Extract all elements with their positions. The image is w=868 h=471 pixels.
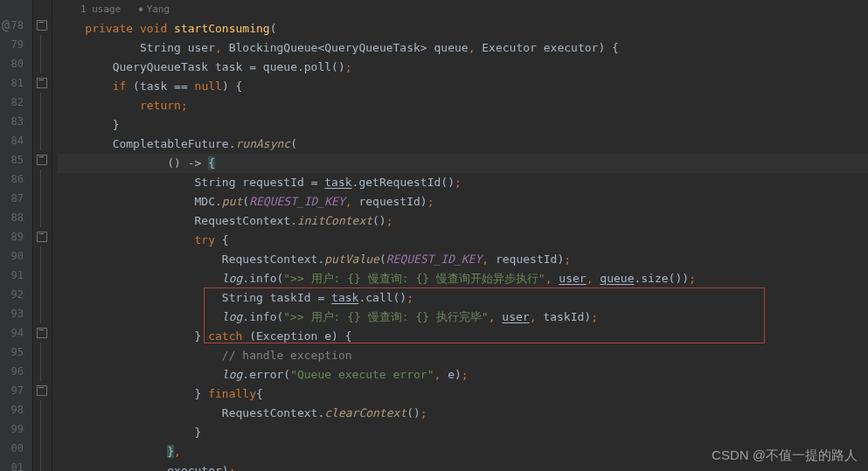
line-number: 86: [0, 170, 32, 189]
line-number: 81: [0, 73, 32, 93]
line-number: 83: [0, 112, 32, 131]
code-line[interactable]: String requestId = task.getRequestId();: [58, 173, 868, 192]
line-number: 79: [0, 35, 32, 54]
code-line[interactable]: }: [58, 115, 868, 135]
line-number: 00: [0, 439, 32, 458]
code-line[interactable]: private void startConsuming(: [58, 19, 868, 38]
code-line[interactable]: // handle exception: [58, 346, 868, 365]
fold-toggle-icon[interactable]: [33, 150, 52, 170]
code-line[interactable]: if (task == null) {: [58, 77, 868, 96]
code-line[interactable]: RequestContext.clearContext();: [58, 404, 868, 423]
fold-gutter: [33, 0, 52, 471]
line-number: 01: [0, 458, 32, 471]
code-line[interactable]: executor);: [58, 461, 868, 471]
inlay-hint[interactable]: 1 usage Yang: [58, 0, 868, 19]
fold-toggle-icon[interactable]: [33, 381, 52, 400]
line-number: 99: [0, 419, 32, 439]
line-number: 85: [0, 150, 32, 170]
line-number: 96: [0, 362, 32, 381]
line-number: 95: [0, 343, 32, 362]
code-line[interactable]: CompletableFuture.runAsync(: [58, 135, 868, 154]
line-number: 88: [0, 208, 32, 227]
code-line[interactable]: String user, BlockingQueue<QueryQueueTas…: [58, 38, 868, 58]
line-number: 87: [0, 189, 32, 208]
line-number: 78: [0, 16, 32, 35]
code-line[interactable]: log.error("Queue execute error", e);: [58, 365, 868, 384]
code-editor[interactable]: 78 79 80 81 82 83 84 85 86 87 88 89 90 9…: [0, 0, 868, 471]
fold-toggle-icon[interactable]: [33, 227, 52, 246]
line-number-gutter: 78 79 80 81 82 83 84 85 86 87 88 89 90 9…: [0, 0, 33, 471]
code-line[interactable]: RequestContext.initContext();: [58, 211, 868, 231]
line-number: 84: [0, 131, 32, 150]
line-number: 82: [0, 93, 32, 112]
fold-toggle-icon[interactable]: [33, 323, 52, 343]
code-line[interactable]: log.info(">> 用户: {} 慢查询: {} 慢查询开始异步执行", …: [58, 269, 868, 288]
line-number: 93: [0, 304, 32, 323]
fold-toggle-icon[interactable]: [33, 16, 52, 35]
code-line[interactable]: QueryQueueTask task = queue.poll();: [58, 58, 868, 77]
line-number: 90: [0, 246, 32, 266]
line-number: 80: [0, 54, 32, 73]
usages-count-label[interactable]: 1 usage: [80, 3, 121, 15]
code-line[interactable]: log.info(">> 用户: {} 慢查询: {} 执行完毕", user,…: [58, 308, 868, 327]
code-line[interactable]: return;: [58, 96, 868, 115]
code-line[interactable]: }: [58, 423, 868, 442]
line-number: 91: [0, 266, 32, 285]
line-number: 94: [0, 323, 32, 343]
code-line[interactable]: String taskId = task.call();: [58, 288, 868, 308]
code-line[interactable]: try {: [58, 231, 868, 250]
line-number: 98: [0, 400, 32, 419]
code-line[interactable]: RequestContext.putValue(REQUEST_ID_KEY, …: [58, 250, 868, 269]
code-line[interactable]: } finally{: [58, 384, 868, 404]
fold-toggle-icon[interactable]: [33, 73, 52, 93]
code-line[interactable]: } catch (Exception e) {: [58, 327, 868, 346]
line-number: 89: [0, 227, 32, 246]
code-line[interactable]: () -> {: [58, 154, 868, 173]
code-area[interactable]: 1 usage Yang private void startConsuming…: [52, 0, 868, 471]
code-line[interactable]: },: [58, 442, 868, 461]
line-number: 97: [0, 381, 32, 400]
code-line[interactable]: MDC.put(REQUEST_ID_KEY, requestId);: [58, 192, 868, 211]
line-number: 92: [0, 285, 32, 304]
author-label[interactable]: Yang: [138, 3, 170, 15]
